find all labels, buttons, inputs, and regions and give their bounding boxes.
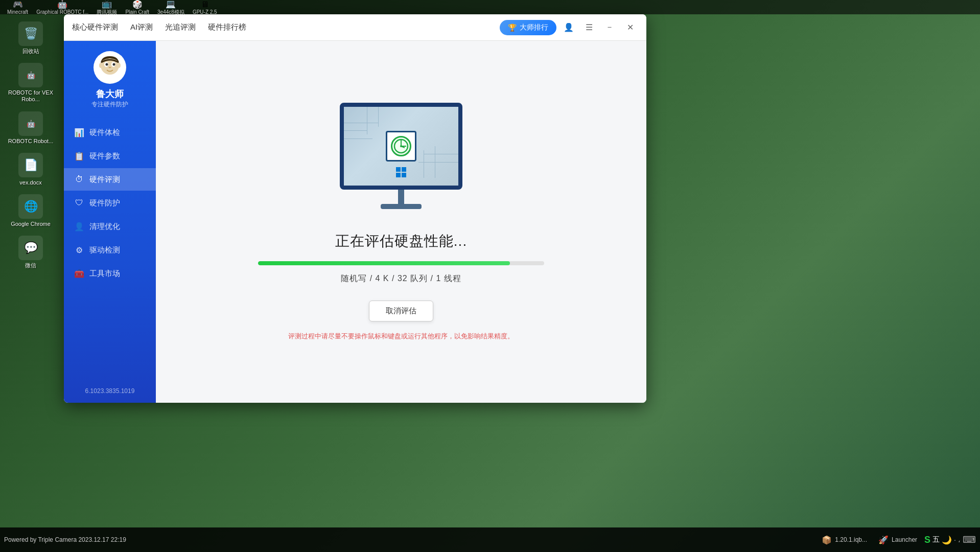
progress-container xyxy=(258,261,544,265)
graphical-icon: 🤖 xyxy=(57,0,67,9)
top-icon-graphical[interactable]: 🤖 Graphical ROBOTC f... xyxy=(33,0,91,16)
desktop-icon-wechat[interactable]: 💬 微信 xyxy=(4,234,57,271)
svg-rect-14 xyxy=(402,173,406,177)
close-button[interactable]: ✕ xyxy=(622,19,638,36)
clock-icon xyxy=(391,136,411,156)
launcher-label: Launcher xyxy=(892,536,917,543)
sidebar-item-hw-check[interactable]: 📊 硬件体检 xyxy=(64,121,156,144)
top-icon-3e44[interactable]: 💻 3e44c8模拟 xyxy=(154,0,188,17)
svg-point-10 xyxy=(400,145,402,147)
svg-point-6 xyxy=(118,63,121,68)
nav-ai[interactable]: AI评测 xyxy=(130,20,153,34)
sidebar-app-title: 鲁大师 xyxy=(96,88,124,100)
minimize-button[interactable]: － xyxy=(601,19,618,36)
iqb-label: 1.20.1.iqb... xyxy=(835,536,867,543)
avatar xyxy=(94,51,126,84)
s-logo: S xyxy=(924,535,930,545)
ime-indicator[interactable]: 五 xyxy=(932,535,940,544)
desktop-icons-area: 🗑️ 回收站 🤖 ROBOTC for VEX Robo... 🤖 ROBOTC… xyxy=(0,0,61,552)
nav-ranking[interactable]: 硬件排行榜 xyxy=(208,20,246,34)
main-content: 正在评估硬盘性能... 随机写 / 4 K / 32 队列 / 1 线程 取消评… xyxy=(156,41,646,403)
gpuz-icon: 🖥 xyxy=(201,0,209,9)
top-icon-tencent[interactable]: 📺 腾讯视频 xyxy=(94,0,120,17)
tools-icon: 🧰 xyxy=(74,268,84,279)
top-icon-plaincraft[interactable]: 🎲 Plain Craft xyxy=(122,0,152,16)
sub-status-text: 随机写 / 4 K / 32 队列 / 1 线程 xyxy=(341,273,461,284)
vex-doc-icon: 📄 xyxy=(24,158,38,172)
sidebar-item-hw-eval[interactable]: ⏱ 硬件评测 xyxy=(64,168,156,191)
cancel-button[interactable]: 取消评估 xyxy=(369,301,433,321)
taskbar-left: Powered by Triple Camera 2023.12.17 22:1… xyxy=(4,536,818,543)
sidebar-logo: 鲁大师 专注硬件防护 xyxy=(91,51,128,109)
monitor-base xyxy=(381,204,422,209)
chrome-icon: 🌐 xyxy=(24,200,38,213)
sidebar-item-driver[interactable]: ⚙ 驱动检测 xyxy=(64,239,156,261)
monitor-stand xyxy=(398,190,404,204)
hw-protect-icon: 🛡 xyxy=(74,198,84,208)
master-rank-button[interactable]: 🏆 大师排行 xyxy=(500,20,556,35)
progress-bar xyxy=(258,261,510,265)
svg-point-7 xyxy=(394,140,408,153)
hw-eval-icon: ⏱ xyxy=(74,174,84,185)
monitor xyxy=(340,103,462,190)
svg-point-4 xyxy=(113,63,115,66)
3e44-icon: 💻 xyxy=(166,0,176,9)
sidebar-app-subtitle: 专注硬件防护 xyxy=(91,100,128,109)
desktop-icon-robotc[interactable]: 🤖 ROBOTC for VEX Robo... xyxy=(4,61,57,105)
top-icon-gpuz[interactable]: 🖥 GPU-Z 2.5 xyxy=(190,0,220,16)
systray: S 五 🌙 · ، ⌨ xyxy=(924,534,976,545)
wechat-icon: 💬 xyxy=(24,241,38,255)
monitor-chip xyxy=(386,131,416,162)
top-taskbar: 🎮 Minecraft 🤖 Graphical ROBOTC f... 📺 腾讯… xyxy=(0,0,980,14)
svg-rect-12 xyxy=(402,167,406,172)
svg-rect-13 xyxy=(396,173,401,177)
hamburger-icon: ☰ xyxy=(586,22,593,32)
desktop-icon-chrome[interactable]: 🌐 Google Chrome xyxy=(4,192,57,229)
hw-params-icon: 📋 xyxy=(74,151,84,161)
taskbar-item-iqb[interactable]: 📦 1.20.1.iqb... xyxy=(818,533,871,547)
hw-check-icon: 📊 xyxy=(74,127,84,137)
top-icon-minecraft[interactable]: 🎮 Minecraft xyxy=(4,0,31,16)
taskbar-item-launcher[interactable]: 🚀 Launcher xyxy=(874,533,921,547)
keyboard-icon: ⌨ xyxy=(963,534,976,545)
svg-rect-11 xyxy=(396,167,401,172)
recycle-bin-icon: 🗑️ xyxy=(24,27,38,40)
comma-icon: ، xyxy=(958,536,961,544)
sidebar-menu: 📊 硬件体检 📋 硬件参数 ⏱ 硬件评测 🛡 硬件防护 👤 清理优化 xyxy=(64,121,156,285)
svg-point-3 xyxy=(106,63,108,66)
sidebar-item-clean-opt[interactable]: 👤 清理优化 xyxy=(64,215,156,238)
clean-opt-icon: 👤 xyxy=(74,221,84,232)
sidebar: 鲁大师 专注硬件防护 📊 硬件体检 📋 硬件参数 ⏱ 硬件评测 🛡 xyxy=(64,41,156,403)
windows-logo xyxy=(395,167,407,180)
nav-core-hw[interactable]: 核心硬件评测 xyxy=(72,20,118,34)
nav-bar: 核心硬件评测 AI评测 光追评测 硬件排行榜 xyxy=(72,20,500,34)
sidebar-item-tools[interactable]: 🧰 工具市场 xyxy=(64,262,156,285)
taskbar-watermark: Powered by Triple Camera 2023.12.17 22:1… xyxy=(4,536,126,543)
launcher-icon: 🚀 xyxy=(878,535,889,545)
dot-icon: · xyxy=(954,536,956,544)
user-button[interactable]: 👤 xyxy=(561,19,577,36)
app-window: 核心硬件评测 AI评测 光追评测 硬件排行榜 🏆 大师排行 👤 ☰ － ✕ xyxy=(64,14,646,403)
user-icon: 👤 xyxy=(564,22,574,32)
menu-button[interactable]: ☰ xyxy=(581,19,597,36)
taskbar: Powered by Triple Camera 2023.12.17 22:1… xyxy=(0,527,980,552)
taskbar-right: 📦 1.20.1.iqb... 🚀 Launcher S 五 🌙 · ، ⌨ xyxy=(818,533,976,547)
sidebar-item-hw-params[interactable]: 📋 硬件参数 xyxy=(64,145,156,167)
tencent-icon: 📺 xyxy=(102,0,112,9)
nav-raytracing[interactable]: 光追评测 xyxy=(165,20,196,34)
app-body: 鲁大师 专注硬件防护 📊 硬件体检 📋 硬件参数 ⏱ 硬件评测 🛡 xyxy=(64,41,646,403)
trophy-icon: 🏆 xyxy=(508,24,517,32)
sidebar-item-hw-protect[interactable]: 🛡 硬件防护 xyxy=(64,192,156,214)
desktop-icon-recycle[interactable]: 🗑️ 回收站 xyxy=(4,19,57,57)
desktop-icon-robotc2[interactable]: 🤖 ROBOTC Robot... xyxy=(4,109,57,147)
avatar-face-svg xyxy=(97,54,123,81)
evaluation-status: 正在评估硬盘性能... xyxy=(335,232,467,251)
iqb-icon: 📦 xyxy=(822,535,832,545)
title-bar: 核心硬件评测 AI评测 光追评测 硬件排行榜 🏆 大师排行 👤 ☰ － ✕ xyxy=(64,14,646,41)
sidebar-version: 6.1023.3835.1019 xyxy=(85,387,135,395)
plaincraft-icon: 🎲 xyxy=(132,0,143,9)
minecraft-icon: 🎮 xyxy=(13,0,23,9)
robotc2-icon: 🤖 xyxy=(27,120,35,128)
computer-illustration xyxy=(330,103,473,215)
desktop-icon-vex[interactable]: 📄 vex.docx xyxy=(4,151,57,188)
